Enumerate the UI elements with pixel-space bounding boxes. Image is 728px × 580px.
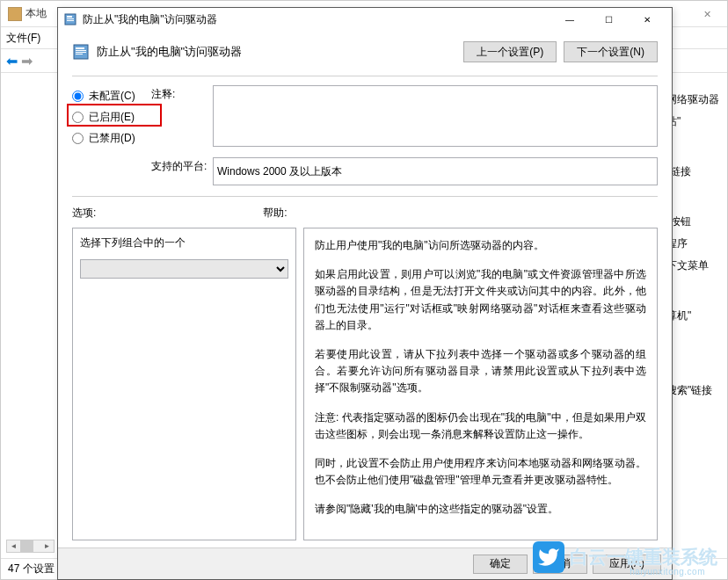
dialog-titlebar: 防止从"我的电脑"访问驱动器 — ☐ ✕ xyxy=(58,8,672,31)
radio-disabled[interactable]: 已禁用(D) xyxy=(72,127,151,149)
help-paragraph: 如果启用此设置，则用户可以浏览"我的电脑"或文件资源管理器中所选驱动器的目录结构… xyxy=(315,266,646,334)
platform-value: Windows 2000 及以上版本 xyxy=(217,164,342,179)
watermark: 白云一键重装系统 haiyunxitong.com xyxy=(533,541,717,573)
platform-row: 支持的平台: Windows 2000 及以上版本 xyxy=(151,157,658,185)
help-paragraph: 同时，此设置不会防止用户使用程序来访问本地驱动器和网络驱动器。也不会防止他们使用… xyxy=(315,455,646,489)
platform-label: 支持的平台: xyxy=(151,157,213,185)
forward-arrow-icon[interactable]: ➡ xyxy=(21,53,33,69)
content-row: 选择下列组合中的一个 防止用户使用"我的电脑"访问所选驱动器的内容。 如果启用此… xyxy=(72,228,658,540)
maximize-button[interactable]: ☐ xyxy=(589,8,628,31)
options-label: 选项: xyxy=(72,206,96,221)
bg-window-controls: ✕ xyxy=(688,1,727,27)
ok-button[interactable]: 确定 xyxy=(473,555,528,574)
radio-input[interactable] xyxy=(72,112,84,123)
radio-label: 未配置(C) xyxy=(89,89,135,104)
folder-icon xyxy=(8,7,22,21)
dialog-body: 防止从"我的电脑"访问驱动器 上一个设置(P) 下一个设置(N) 未配置(C) … xyxy=(58,31,672,551)
header-row: 防止从"我的电脑"访问驱动器 上一个设置(P) 下一个设置(N) xyxy=(72,41,658,62)
help-paragraph: 请参阅"隐藏'我的电脑'中的这些指定的驱动器"设置。 xyxy=(315,501,646,518)
radio-input[interactable] xyxy=(72,133,84,144)
svg-rect-6 xyxy=(76,50,86,51)
policy-icon xyxy=(63,12,77,26)
dialog-title: 防止从"我的电脑"访问驱动器 xyxy=(83,12,550,27)
horizontal-scrollbar[interactable]: ◄ ► xyxy=(6,540,55,553)
comment-input[interactable] xyxy=(213,85,658,147)
watermark-url: haiyunxitong.com xyxy=(630,567,705,576)
options-text: 选择下列组合中的一个 xyxy=(80,236,288,250)
radio-enabled[interactable]: 已启用(E) xyxy=(72,106,151,127)
minimize-button[interactable]: — xyxy=(550,8,589,31)
svg-rect-8 xyxy=(76,54,83,54)
file-menu[interactable]: 文件(F) xyxy=(6,31,40,46)
radio-label: 已禁用(D) xyxy=(89,131,135,146)
divider xyxy=(72,196,658,197)
status-text: 47 个设置 xyxy=(8,562,55,576)
svg-rect-5 xyxy=(76,47,84,49)
help-paragraph: 防止用户使用"我的电脑"访问所选驱动器的内容。 xyxy=(315,237,646,254)
svg-rect-3 xyxy=(67,20,74,21)
watermark-icon xyxy=(533,541,564,573)
radio-label: 已启用(E) xyxy=(89,110,135,125)
help-panel: 防止用户使用"我的电脑"访问所选驱动器的内容。 如果启用此设置，则用户可以浏览"… xyxy=(303,228,658,540)
help-label: 帮助: xyxy=(263,206,287,221)
help-paragraph: 若要使用此设置，请从下拉列表中选择一个驱动器或多个驱动器的组合。若要允许访问所有… xyxy=(315,346,646,397)
settings-icon xyxy=(72,43,90,61)
close-button[interactable]: ✕ xyxy=(628,8,666,31)
window-controls: — ☐ ✕ xyxy=(550,8,666,31)
radio-not-configured[interactable]: 未配置(C) xyxy=(72,85,151,106)
radio-group: 未配置(C) 已启用(E) 已禁用(D) xyxy=(72,85,151,149)
header-text: 防止从"我的电脑"访问驱动器 xyxy=(97,44,456,60)
previous-setting-button[interactable]: 上一个设置(P) xyxy=(463,41,557,62)
comment-label: 注释: xyxy=(151,85,213,149)
help-paragraph: 注意: 代表指定驱动器的图标仍会出现在"我的电脑"中，但是如果用户双击这些图标，… xyxy=(315,410,646,443)
section-labels: 选项: 帮助: xyxy=(72,206,658,221)
back-arrow-icon[interactable]: ⬅ xyxy=(6,53,18,69)
options-panel: 选择下列组合中的一个 xyxy=(72,228,296,540)
svg-rect-1 xyxy=(67,16,72,18)
radio-input[interactable] xyxy=(72,91,84,102)
comment-section: 注释: xyxy=(151,85,658,149)
scroll-left-icon[interactable]: ◄ xyxy=(7,540,20,552)
bird-icon xyxy=(537,546,560,569)
watermark-text: 白云一键重装系统 xyxy=(570,545,717,569)
scroll-right-icon[interactable]: ► xyxy=(40,540,54,552)
config-row: 未配置(C) 已启用(E) 已禁用(D) 注释: xyxy=(72,85,658,149)
drive-combo[interactable] xyxy=(80,259,288,279)
svg-rect-7 xyxy=(76,52,86,53)
next-setting-button[interactable]: 下一个设置(N) xyxy=(564,41,658,62)
svg-rect-2 xyxy=(67,18,74,19)
platform-display: Windows 2000 及以上版本 xyxy=(213,157,658,185)
bg-close-button[interactable]: ✕ xyxy=(688,1,727,27)
policy-dialog: 防止从"我的电脑"访问驱动器 — ☐ ✕ 防止从"我的电脑"访问驱动器 上一个设… xyxy=(57,7,673,580)
scrollbar-thumb[interactable] xyxy=(20,540,33,552)
divider xyxy=(72,76,658,76)
